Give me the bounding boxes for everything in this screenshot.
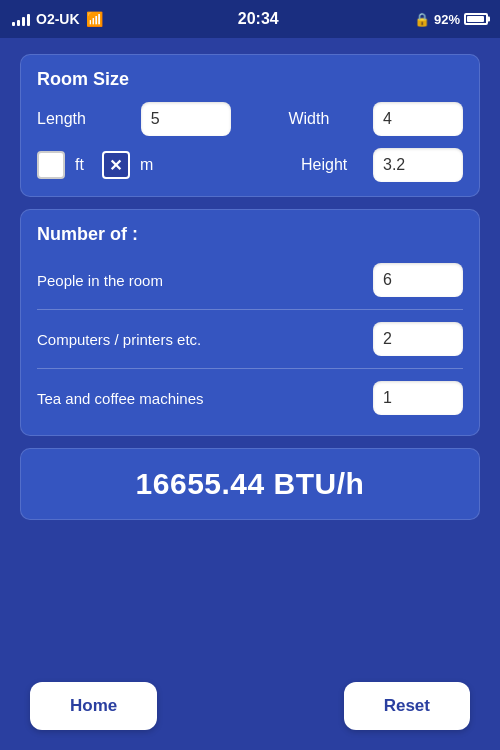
- main-content: Room Size Length Width ft ✕ m Height: [0, 38, 500, 536]
- room-size-title: Room Size: [37, 69, 463, 90]
- result-card: 16655.44 BTU/h: [20, 448, 480, 520]
- home-button[interactable]: Home: [30, 682, 157, 730]
- ft-checkbox[interactable]: [37, 151, 65, 179]
- m-label: m: [140, 156, 153, 174]
- carrier-label: O2-UK: [36, 11, 80, 27]
- unit-height-row: ft ✕ m Height: [37, 148, 463, 182]
- people-row: People in the room: [37, 257, 463, 303]
- unit-selector: ft ✕ m: [37, 151, 161, 179]
- checkmark-icon: ✕: [109, 156, 122, 175]
- ft-label: ft: [75, 156, 84, 174]
- reset-button[interactable]: Reset: [344, 682, 470, 730]
- battery-icon: [464, 13, 488, 25]
- computers-row: Computers / printers etc.: [37, 316, 463, 362]
- tea-input[interactable]: [373, 381, 463, 415]
- status-bar: O2-UK 📶 20:34 🔒 92%: [0, 0, 500, 38]
- computers-input[interactable]: [373, 322, 463, 356]
- height-label: Height: [301, 156, 361, 174]
- computers-label: Computers / printers etc.: [37, 331, 373, 348]
- signal-icon: [12, 12, 30, 26]
- divider-1: [37, 309, 463, 310]
- wifi-icon: 📶: [86, 11, 103, 27]
- length-input[interactable]: [141, 102, 231, 136]
- divider-2: [37, 368, 463, 369]
- room-size-card: Room Size Length Width ft ✕ m Height: [20, 54, 480, 197]
- bottom-bar: Home Reset: [0, 682, 500, 730]
- status-left: O2-UK 📶: [12, 11, 103, 27]
- time-display: 20:34: [238, 10, 279, 28]
- height-field: Height: [301, 148, 463, 182]
- people-label: People in the room: [37, 272, 373, 289]
- status-right: 🔒 92%: [414, 12, 488, 27]
- number-of-title: Number of :: [37, 224, 463, 245]
- number-of-card: Number of : People in the room Computers…: [20, 209, 480, 436]
- width-label: Width: [274, 110, 329, 128]
- length-label: Length: [37, 110, 97, 128]
- tea-row: Tea and coffee machines: [37, 375, 463, 421]
- battery-percent-label: 92%: [434, 12, 460, 27]
- height-input[interactable]: [373, 148, 463, 182]
- length-width-row: Length Width: [37, 102, 463, 136]
- battery-lock-icon: 🔒: [414, 12, 430, 27]
- people-input[interactable]: [373, 263, 463, 297]
- tea-label: Tea and coffee machines: [37, 390, 373, 407]
- width-input[interactable]: [373, 102, 463, 136]
- m-checkbox[interactable]: ✕: [102, 151, 130, 179]
- result-value: 16655.44 BTU/h: [37, 467, 463, 501]
